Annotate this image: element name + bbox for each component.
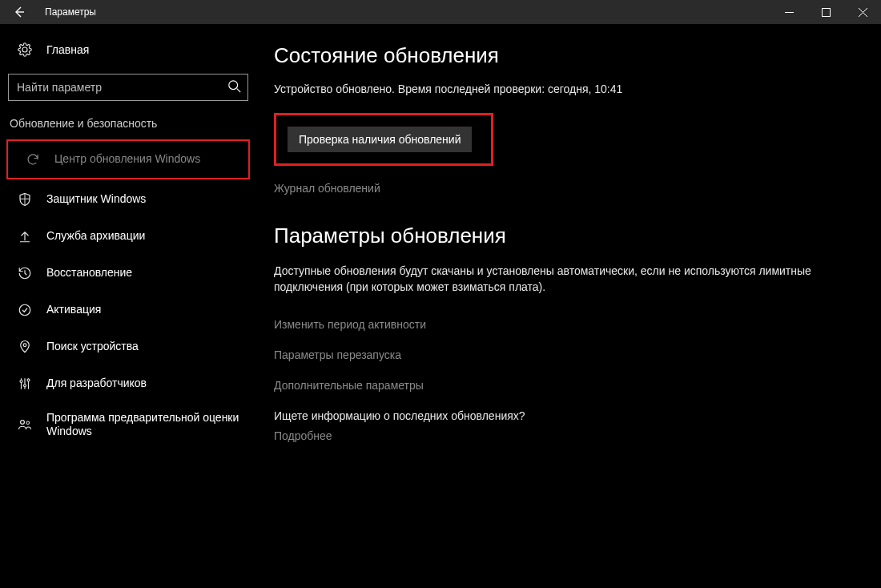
- search-wrap: [8, 74, 248, 101]
- svg-rect-2: [822, 8, 830, 16]
- maximize-icon: [822, 8, 831, 17]
- more-link[interactable]: Подробнее: [274, 429, 332, 442]
- upload-icon: [16, 229, 34, 244]
- svg-point-13: [27, 379, 30, 381]
- sidebar-item-label: Поиск устройства: [46, 340, 256, 354]
- sliders-icon: [16, 377, 34, 391]
- svg-point-10: [23, 344, 26, 347]
- sidebar-item-label: Активация: [46, 303, 256, 317]
- sidebar-item-recovery[interactable]: Восстановление: [0, 255, 256, 292]
- svg-point-12: [24, 385, 26, 387]
- sidebar-item-find-device[interactable]: Поиск устройства: [0, 328, 256, 365]
- activity-hours-link[interactable]: Изменить период активности: [274, 318, 865, 331]
- sidebar-item-label: Защитник Windows: [46, 192, 256, 207]
- titlebar: Параметры: [0, 0, 881, 24]
- sidebar-item-windows-update[interactable]: Центр обновления Windows: [8, 141, 248, 178]
- svg-point-9: [19, 304, 30, 316]
- location-icon: [16, 340, 34, 354]
- history-link[interactable]: Журнал обновлений: [274, 182, 865, 195]
- gear-icon: [16, 42, 34, 57]
- check-circle-icon: [16, 303, 34, 317]
- search-input[interactable]: [8, 74, 248, 101]
- sidebar-item-insider[interactable]: Программа предварительной оценки Windows: [0, 402, 256, 447]
- params-heading: Параметры обновления: [274, 224, 865, 248]
- sidebar-item-label: Для разработчиков: [46, 377, 256, 391]
- svg-point-5: [229, 81, 238, 90]
- minimize-button[interactable]: [770, 0, 807, 24]
- svg-point-15: [26, 421, 30, 425]
- close-button[interactable]: [844, 0, 881, 24]
- arrow-left-icon: [13, 6, 26, 18]
- highlight-check-button: Проверка наличия обновлений: [274, 113, 493, 166]
- history-icon: [16, 266, 34, 280]
- svg-line-6: [237, 89, 241, 93]
- window-title: Параметры: [38, 6, 96, 18]
- search-icon: [227, 79, 242, 94]
- maximize-button[interactable]: [807, 0, 844, 24]
- sync-icon: [24, 152, 42, 167]
- restart-options-link[interactable]: Параметры перезапуска: [274, 348, 865, 361]
- home-label: Главная: [46, 43, 89, 56]
- info-question: Ищете информацию о последних обновлениях…: [274, 409, 865, 422]
- advanced-options-link[interactable]: Дополнительные параметры: [274, 379, 865, 392]
- main-panel: Состояние обновления Устройство обновлен…: [256, 24, 881, 588]
- sidebar-item-backup[interactable]: Служба архивации: [0, 218, 256, 255]
- check-updates-button[interactable]: Проверка наличия обновлений: [288, 127, 472, 152]
- close-icon: [859, 8, 867, 17]
- params-body: Доступные обновления будут скачаны и уст…: [274, 263, 835, 296]
- sidebar-item-label: Программа предварительной оценки Windows: [46, 411, 256, 439]
- sidebar-item-label: Служба архивации: [46, 229, 256, 244]
- highlight-selected: Центр обновления Windows: [6, 139, 250, 179]
- shield-icon: [16, 192, 34, 207]
- home-link[interactable]: Главная: [0, 34, 256, 66]
- sidebar-item-label: Восстановление: [46, 266, 256, 280]
- svg-point-11: [20, 381, 22, 383]
- status-text: Устройство обновлено. Время последней пр…: [274, 83, 865, 95]
- sidebar-item-activation[interactable]: Активация: [0, 292, 256, 328]
- status-heading: Состояние обновления: [274, 43, 865, 68]
- sidebar-item-developers[interactable]: Для разработчиков: [0, 365, 256, 402]
- back-button[interactable]: [0, 0, 38, 24]
- section-label: Обновление и безопасность: [0, 112, 256, 138]
- sidebar-item-label: Центр обновления Windows: [54, 152, 248, 167]
- people-icon: [16, 417, 34, 432]
- sidebar-item-defender[interactable]: Защитник Windows: [0, 181, 256, 218]
- sidebar: Главная Обновление и безопасность Центр …: [0, 24, 256, 588]
- minimize-icon: [785, 8, 794, 17]
- svg-point-14: [21, 421, 25, 425]
